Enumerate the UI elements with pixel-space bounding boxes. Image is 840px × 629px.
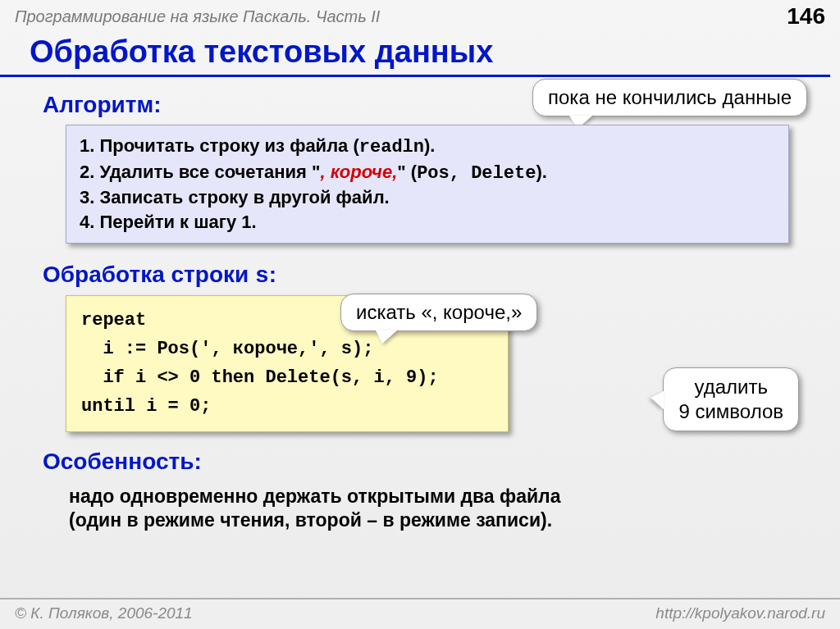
callout-delete: удалить 9 символов [663, 367, 799, 431]
heading-algorithm: Алгоритм: [43, 92, 804, 118]
note-line-2: (один в режиме чтения, второй – в режиме… [69, 508, 804, 533]
feature-note: надо одновременно держать открытыми два … [43, 481, 804, 534]
footer-url: http://kpolyakov.narod.ru [655, 604, 825, 622]
course-title: Программирование на языке Паскаль. Часть… [15, 7, 380, 26]
page-title: Обработка текстовых данных [0, 31, 830, 77]
algo-line-2: 2. Удалить все сочетания ", короче," (Po… [80, 160, 775, 186]
heading-string-processing: Обработка строки s: [43, 262, 804, 289]
slide-footer: © К. Поляков, 2006-2011 http://kpolyakov… [0, 598, 840, 629]
callout-search: искать «, короче,» [340, 294, 537, 331]
algorithm-box: 1. Прочитать строку из файла (readln). 2… [66, 125, 789, 244]
page-number: 146 [787, 3, 825, 30]
callout-text-l1: удалить [678, 375, 783, 399]
callout-tail-icon [651, 391, 664, 409]
callout-tail-icon [376, 330, 397, 344]
copyright: © К. Поляков, 2006-2011 [15, 604, 193, 622]
algo-line-1: 1. Прочитать строку из файла (readln). [80, 134, 775, 160]
algo-line-3: 3. Записать строку в другой файл. [80, 185, 775, 210]
slide-header: Программирование на языке Паскаль. Часть… [0, 0, 840, 31]
note-line-1: надо одновременно держать открытыми два … [69, 485, 804, 509]
callout-text: искать «, короче,» [356, 301, 522, 323]
callout-text-l2: 9 символов [678, 399, 783, 424]
heading-feature: Особенность: [43, 449, 804, 475]
algo-line-4: 4. Перейти к шагу 1. [80, 210, 775, 235]
